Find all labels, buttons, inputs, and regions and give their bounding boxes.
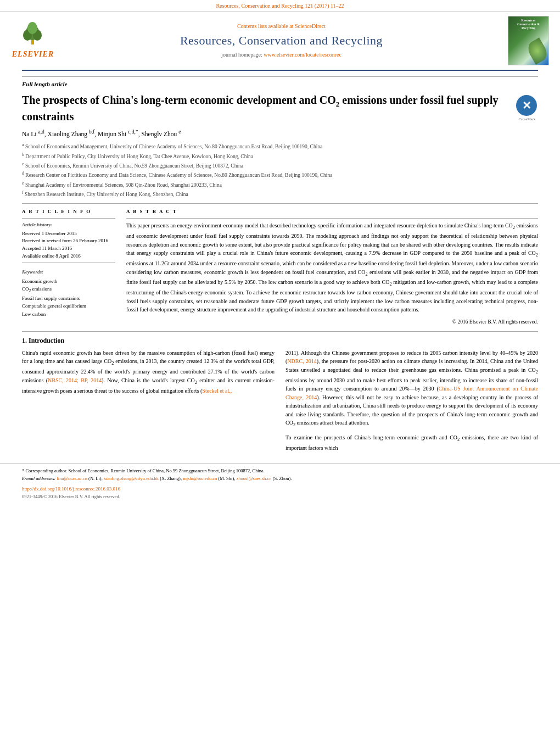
history-label: Article history: <box>22 221 115 228</box>
article-title: The prospects of China's long-term econo… <box>22 93 511 124</box>
email-mjshi[interactable]: mjshi@ruc.edu.cn <box>183 476 217 481</box>
issn-line: 0921-3449/© 2016 Elsevier B.V. All right… <box>22 494 538 500</box>
journal-homepage: journal homepage: www.elsevier.com/locat… <box>55 51 508 59</box>
separator <box>22 203 538 204</box>
corresponding-author-note: * Corresponding author. School of Econom… <box>22 467 538 475</box>
abstract-text: This paper presents an energy-environmen… <box>126 221 538 314</box>
keyword-4: Computable general equilibrium <box>22 302 115 310</box>
intro-col-left: China's rapid economic growth has been d… <box>22 349 275 453</box>
china-us-ref[interactable]: China-US Joint Announcement on Climate C… <box>285 386 538 400</box>
introduction-title: 1. Introduction <box>22 336 538 345</box>
journal-title: Resources, Conservation and Recycling <box>55 32 508 49</box>
ndrc-ref[interactable]: NDRC, 2014 <box>287 358 316 364</box>
authors-text: Na Li a,d, Xiaoling Zhang b,f, Minjun Sh… <box>22 131 181 137</box>
journal-cover: ResourcesConservation &Recycling <box>508 16 549 65</box>
intro-text-left: China's rapid economic growth has been d… <box>22 349 275 395</box>
email-note: E-mail addresses: lina@ucas.ac.cn (N. Li… <box>22 475 538 482</box>
affiliation-e: e Shanghai Academy of Environmental Scie… <box>22 180 538 189</box>
introduction-section: 1. Introduction China's rapid economic g… <box>22 336 538 453</box>
doi-link[interactable]: http://dx.doi.org/10.1016/j.resconrec.20… <box>22 486 120 492</box>
affiliation-c: c School of Economics, Renmin University… <box>22 161 538 170</box>
journal-citation: Resources, Conservation and Recycling 12… <box>216 3 344 9</box>
crossmark-icon: ✕ <box>522 100 531 111</box>
keyword-2: CO2 emissions <box>22 285 115 294</box>
info-abstract-section: A R T I C L E I N F O Article history: R… <box>22 208 538 326</box>
body-separator <box>22 331 538 332</box>
copyright-line: © 2016 Elsevier B.V. All rights reserved… <box>126 319 538 326</box>
email-zhousl[interactable]: zhousl@saes.sh.cn <box>237 476 272 481</box>
title-text-part1: The prospects of China's long-term econo… <box>22 94 336 106</box>
elsevier-tree-icon <box>18 21 48 46</box>
email-xiaoling[interactable]: xiaoling.zhang@cityu.edu.hk <box>104 476 159 481</box>
authors-line: Na Li a,d, Xiaoling Zhang b,f, Minjun Sh… <box>22 128 538 138</box>
keywords-list: Economic growth CO2 emissions Fossil fue… <box>22 277 115 318</box>
abstract-column: A B S T R A C T This paper presents an e… <box>126 208 538 326</box>
introduction-body: China's rapid economic growth has been d… <box>22 349 538 453</box>
keyword-5: Low carbon <box>22 310 115 318</box>
section-name: Introduction <box>29 337 64 344</box>
intro-text-right-2: To examine the prospects of China's long… <box>285 433 538 452</box>
revised-date: Received in revised form 26 February 201… <box>22 237 115 244</box>
accepted-date: Accepted 11 March 2016 <box>22 245 115 252</box>
svg-point-4 <box>27 22 37 34</box>
affiliation-b: b Department of Public Policy, City Univ… <box>22 152 538 160</box>
abstract-heading: A B S T R A C T <box>126 208 538 215</box>
intro-text-right: 2011). Although the Chinese government p… <box>285 349 538 429</box>
keywords-label: Keywords: <box>22 269 115 276</box>
article-type: Full length article <box>22 76 538 88</box>
keyword-1: Economic growth <box>22 277 115 285</box>
received-date: Received 1 December 2015 <box>22 230 115 237</box>
keywords-section: Keywords: Economic growth CO2 emissions … <box>22 269 115 318</box>
article-content: Full length article The prospects of Chi… <box>0 71 560 458</box>
affiliation-f: f Shenzhen Research Institute, City Univ… <box>22 189 538 198</box>
article-title-row: The prospects of China's long-term econo… <box>22 93 538 124</box>
elsevier-logo: ELSEVIER <box>11 24 55 57</box>
page-wrapper: Resources, Conservation and Recycling 12… <box>0 0 560 504</box>
article-info-heading: A R T I C L E I N F O <box>22 208 115 215</box>
cover-title: ResourcesConservation &Recycling <box>517 19 540 31</box>
article-footer: * Corresponding author. School of Econom… <box>0 464 560 504</box>
section-number: 1. <box>22 337 27 344</box>
affiliation-d: d Research Center on Fictitious Economy … <box>22 170 538 179</box>
sciencedirect-link: Contents lists available at ScienceDirec… <box>55 23 508 30</box>
crossmark-label: CrossMark <box>516 117 538 122</box>
sciencedirect-name[interactable]: ScienceDirect <box>295 23 326 29</box>
doi-line: http://dx.doi.org/10.1016/j.resconrec.20… <box>22 486 538 493</box>
journal-header: ELSEVIER Contents lists available at Sci… <box>0 12 560 70</box>
steckel-ref[interactable]: Steckel et al., <box>202 388 232 394</box>
journal-citation-bar: Resources, Conservation and Recycling 12… <box>0 0 560 12</box>
available-date: Available online 8 April 2016 <box>22 253 115 260</box>
homepage-url[interactable]: www.elsevier.com/locate/resconrec <box>264 52 341 58</box>
intro-col-right: 2011). Although the Chinese government p… <box>285 349 538 453</box>
journal-title-block: Contents lists available at ScienceDirec… <box>55 23 508 59</box>
affiliation-a: a School of Economics and Management, Un… <box>22 142 538 150</box>
journal-cover-image: ResourcesConservation &Recycling <box>508 16 549 65</box>
elsevier-text: ELSEVIER <box>12 49 54 60</box>
article-info-column: A R T I C L E I N F O Article history: R… <box>22 208 115 326</box>
affiliations: a School of Economics and Management, Un… <box>22 142 538 198</box>
crossmark-circle: ✕ <box>516 95 537 116</box>
email-lina[interactable]: lina@ucas.ac.cn <box>57 476 87 481</box>
keyword-3: Fossil fuel supply constraints <box>22 294 115 302</box>
cover-decoration <box>525 37 549 65</box>
nbsc-ref[interactable]: NBSC, 2014; BP, 2014 <box>48 377 102 383</box>
crossmark-badge[interactable]: ✕ CrossMark <box>516 95 538 117</box>
